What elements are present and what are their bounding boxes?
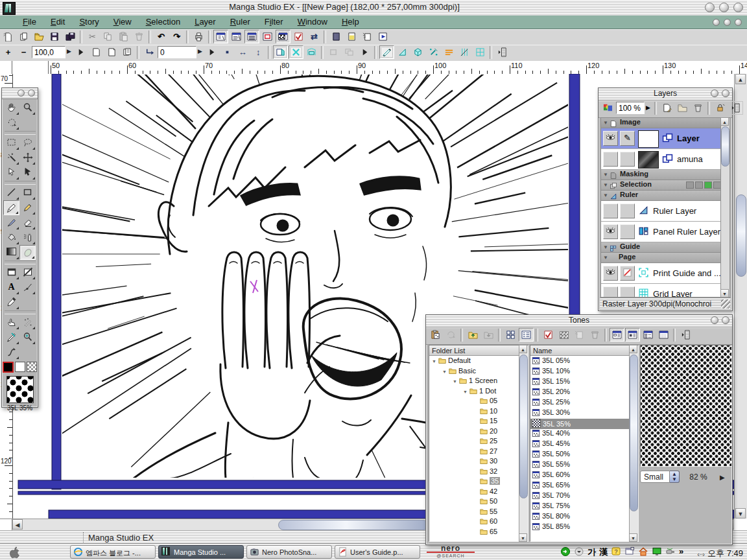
rotate-reset-icon[interactable] [142, 45, 157, 59]
eye-toggle[interactable] [603, 152, 618, 167]
layer-opacity-field[interactable]: 100 % [616, 102, 645, 114]
doc-minimize-button[interactable] [713, 19, 720, 26]
scroll-up-arrow-icon[interactable]: ▲ [629, 345, 637, 353]
tone-scroll-thumb[interactable] [630, 355, 638, 511]
close-button[interactable] [733, 3, 743, 12]
layer-group-selection[interactable]: ▼Selection [601, 180, 723, 191]
doc-restore-button[interactable] [724, 19, 731, 26]
tone-folder-tree[interactable]: ▼Default▼Basic▼1 Screen▼1 Dot05101520252… [429, 356, 519, 541]
delete-icon[interactable] [132, 30, 147, 43]
folder-into-icon[interactable] [481, 328, 496, 342]
eye-toggle[interactable] [603, 204, 618, 218]
view-b-icon[interactable] [625, 328, 640, 342]
palette-collapse-button[interactable] [18, 89, 25, 97]
gradient-tool-icon[interactable] [3, 245, 19, 260]
tones-palette-icon[interactable] [276, 30, 290, 43]
palette-close-button[interactable] [28, 89, 35, 97]
tone-folder-default[interactable]: ▼Default [429, 356, 519, 367]
navigator-palette-icon[interactable] [260, 30, 275, 43]
lock-icon[interactable] [713, 101, 728, 115]
menu-ruler[interactable]: Ruler [223, 16, 257, 29]
pan-tool-icon[interactable] [3, 100, 19, 115]
gray-frame-icon[interactable] [326, 45, 341, 59]
finger-tool-icon[interactable] [3, 315, 19, 330]
palette-collapse-button[interactable] [711, 89, 718, 97]
ruler-cube-icon[interactable] [410, 45, 425, 59]
scroll-up-arrow-icon[interactable]: ▲ [735, 74, 746, 84]
view-list-icon[interactable] [519, 328, 534, 342]
tone-folder-60[interactable]: 60 [429, 517, 519, 528]
fit-page2-icon[interactable] [104, 45, 119, 59]
tone-item-35l-75-[interactable]: 35L 75% [530, 502, 630, 512]
scroll-down-arrow-icon[interactable]: ▼ [519, 533, 527, 542]
preview-menu-arrow-icon[interactable]: ▶ [720, 474, 725, 481]
layers-palette-titlebar[interactable]: Layers [599, 88, 732, 100]
pattern-pen-icon[interactable] [19, 315, 36, 330]
object-select-icon[interactable] [3, 165, 19, 180]
draw-toggle[interactable] [620, 286, 635, 298]
scroll-down-arrow-icon[interactable]: ▼ [629, 533, 637, 542]
eye-icon[interactable] [603, 266, 618, 281]
tone-item-35l-70-[interactable]: 35L 70% [530, 491, 630, 502]
run-story-icon[interactable] [375, 30, 390, 43]
zoom-tool-icon[interactable] [19, 100, 36, 115]
black-color-swatch[interactable] [3, 362, 14, 373]
tone-item-35l-35-[interactable]: 35L 35% [530, 419, 630, 429]
panel-list-icon[interactable] [678, 328, 693, 342]
tone-folder-55[interactable]: 55 [429, 508, 519, 518]
rect-select-icon[interactable] [3, 135, 19, 150]
draw-toggle[interactable] [620, 152, 635, 167]
tone-tool-icon[interactable] [19, 245, 36, 260]
actual-size-icon[interactable] [220, 45, 235, 59]
ime-help-icon[interactable]: ? [611, 546, 621, 557]
ruler-pen2-icon[interactable] [3, 330, 19, 345]
eraser-tool-icon[interactable] [19, 215, 36, 230]
nero-search-deskband[interactable]: nero @SEARCH [427, 546, 475, 559]
fit-width-icon[interactable]: ↔ [235, 45, 250, 59]
palette-close-button[interactable] [722, 316, 729, 324]
scroll-down-arrow-icon[interactable]: ▼ [735, 508, 746, 519]
maximize-button[interactable] [719, 3, 729, 12]
curve-pen-icon[interactable] [3, 345, 19, 360]
current-tone-swatch[interactable] [6, 376, 34, 403]
undo-icon[interactable]: ↶ [154, 30, 169, 43]
tone-folder-1-screen[interactable]: ▼1 Screen [429, 377, 519, 387]
join-line-icon[interactable] [19, 280, 36, 295]
menu-selection[interactable]: Selection [139, 16, 187, 29]
layers-scrollbar[interactable]: ▲ ▼ [720, 117, 730, 298]
bucket-tool-icon[interactable] [3, 230, 19, 245]
title-bar[interactable]: Manga Studio EX - [[New Page] (182,00 * … [0, 0, 747, 16]
panel-list-icon[interactable] [728, 101, 743, 115]
ruler-grid-icon[interactable] [473, 45, 488, 59]
text-tool-icon[interactable]: A [3, 280, 19, 295]
tone-item-35l-85-[interactable]: 35L 85% [530, 522, 630, 533]
tone-folder-27[interactable]: 27 [429, 447, 519, 458]
usb-icon[interactable] [665, 546, 676, 557]
new-folder-icon[interactable] [675, 101, 690, 115]
layer-group-image[interactable]: ▼Image [601, 118, 723, 128]
tone-item-35l-20-[interactable]: 35L 20% [530, 388, 630, 398]
draw-toggle[interactable] [620, 204, 635, 218]
layer-group-guide[interactable]: ▼Guide [601, 242, 723, 253]
tone-item-35l-55-[interactable]: 35L 55% [530, 460, 630, 471]
zoom-value-field[interactable]: 100,0 [32, 46, 65, 58]
tone-item-35l-40-[interactable]: 35L 40% [530, 429, 630, 439]
panel-cut-icon[interactable] [19, 265, 36, 280]
ime-options-icon[interactable] [574, 546, 584, 557]
tone-folder-50[interactable]: 50 [429, 497, 519, 508]
apply-arrow-icon[interactable] [357, 45, 372, 59]
draw-toggle[interactable] [620, 224, 635, 239]
rotate-tone-icon[interactable] [444, 328, 458, 342]
tone-item-35l-45-[interactable]: 35L 45% [530, 439, 630, 450]
view-thumbs-icon[interactable] [503, 328, 518, 342]
menu-story[interactable]: Story [72, 16, 106, 29]
apply-arrow-icon[interactable] [204, 45, 219, 59]
print-icon[interactable] [191, 30, 206, 43]
fit-height-icon[interactable]: ↕ [251, 45, 266, 59]
tone-folder-35[interactable]: 35 [429, 477, 519, 487]
copy-icon[interactable] [101, 30, 115, 43]
tone-item-35l-25-[interactable]: 35L 25% [530, 398, 630, 408]
pen-edit-icon[interactable]: ✎ [620, 131, 635, 146]
snap-select-icon[interactable] [304, 45, 319, 59]
zoom-in-icon[interactable]: + [1, 45, 16, 59]
